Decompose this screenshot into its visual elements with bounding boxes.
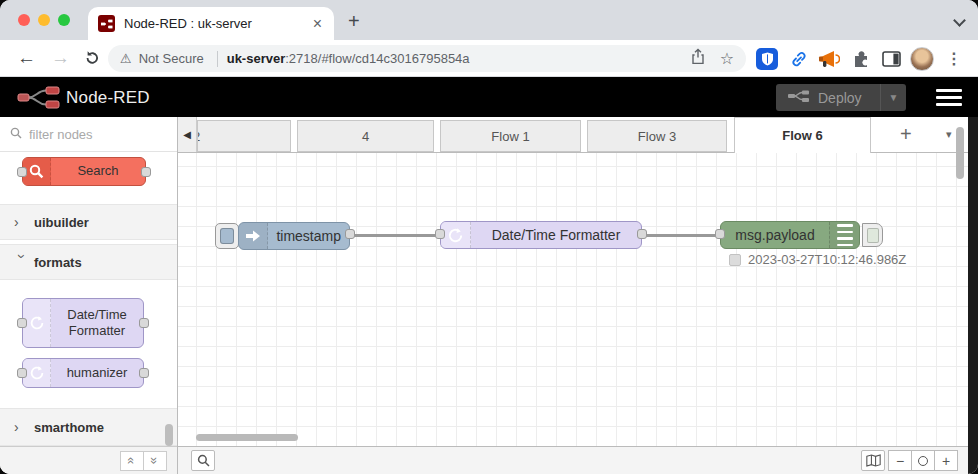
timer-icon bbox=[23, 359, 51, 387]
link-extension-icon[interactable] bbox=[788, 48, 810, 70]
flow-tab-flow6-active[interactable]: Flow 6 bbox=[734, 117, 871, 153]
deploy-icon bbox=[788, 89, 810, 106]
palette-category-uibuilder[interactable]: › uibuilder bbox=[0, 204, 177, 240]
add-flow-button[interactable]: + bbox=[900, 123, 912, 146]
flow-tab-label: 2 bbox=[197, 129, 200, 144]
navigator-map-button[interactable] bbox=[861, 450, 885, 471]
palette-node-search[interactable]: Search bbox=[22, 157, 146, 186]
flow-tab-label: Flow 3 bbox=[638, 129, 676, 144]
node-port[interactable] bbox=[17, 368, 27, 378]
palette-category-formats[interactable]: › formats bbox=[0, 244, 177, 280]
status-text: 2023-03-27T10:12:46.986Z bbox=[748, 252, 906, 267]
flow-canvas[interactable]: timestamp Date/Time Formatter msg.payloa… bbox=[178, 153, 970, 446]
filter-nodes-input[interactable] bbox=[29, 127, 159, 142]
forward-icon[interactable]: → bbox=[51, 47, 70, 69]
palette-scrollbar[interactable] bbox=[165, 424, 173, 446]
scroll-tabs-left-button[interactable]: ◀ bbox=[178, 117, 197, 152]
search-node-icon bbox=[23, 158, 51, 185]
workspace-footer: − + bbox=[178, 446, 970, 474]
flow-tab-flow3[interactable]: Flow 3 bbox=[587, 120, 727, 152]
inject-node-timestamp[interactable]: timestamp bbox=[238, 222, 350, 250]
not-secure-warning-icon: ⚠ bbox=[120, 51, 132, 66]
deploy-dropdown-caret[interactable]: ▼ bbox=[880, 84, 906, 111]
browser-toolbar: ← → ⚠ Not Secure uk-server:2718/#flow/cd… bbox=[0, 40, 978, 77]
flow-tab-4[interactable]: 4 bbox=[297, 120, 434, 152]
url-divider bbox=[217, 51, 218, 67]
back-icon[interactable]: ← bbox=[17, 47, 36, 69]
collapsed-sidebar-strip[interactable] bbox=[968, 117, 978, 474]
inject-trigger-button[interactable] bbox=[215, 223, 239, 249]
url-host: uk-server bbox=[227, 51, 286, 66]
node-label: Date/Time Formatter bbox=[471, 227, 641, 243]
megaphone-extension-icon[interactable] bbox=[818, 48, 840, 70]
node-port[interactable] bbox=[139, 318, 149, 328]
input-port[interactable] bbox=[715, 229, 725, 239]
category-label: formats bbox=[34, 255, 82, 270]
deploy-button[interactable]: Deploy ▼ bbox=[776, 84, 906, 111]
flow-tab-flow1[interactable]: Flow 1 bbox=[440, 120, 581, 152]
browser-tab[interactable]: Node-RED : uk-server × bbox=[88, 7, 334, 40]
formatter-node[interactable]: Date/Time Formatter bbox=[440, 221, 642, 249]
timer-icon bbox=[23, 299, 51, 347]
reload-icon[interactable] bbox=[83, 49, 101, 71]
node-port[interactable] bbox=[17, 167, 27, 177]
bookmark-star-icon[interactable]: ☆ bbox=[720, 49, 734, 68]
palette-category-smarthome[interactable]: › smarthome bbox=[0, 408, 177, 446]
share-icon[interactable] bbox=[690, 48, 706, 69]
side-panel-icon[interactable] bbox=[880, 48, 902, 70]
chevron-down-icon: › bbox=[14, 254, 30, 270]
extensions-puzzle-icon[interactable] bbox=[850, 48, 872, 70]
palette-node-datetime-formatter[interactable]: Date/Time Formatter bbox=[22, 298, 144, 348]
flow-tab-label: Flow 1 bbox=[491, 129, 529, 144]
output-port[interactable] bbox=[345, 229, 355, 239]
flow-tab-2[interactable]: 2 bbox=[197, 120, 291, 152]
palette-filter[interactable] bbox=[0, 117, 177, 152]
browser-window: Node-RED : uk-server × + ← → ⚠ Not Secur… bbox=[0, 0, 978, 474]
output-port[interactable] bbox=[637, 229, 647, 239]
debug-node-msg-payload[interactable]: msg.payload bbox=[720, 221, 860, 249]
tab-search-chevron-icon[interactable] bbox=[953, 14, 966, 27]
browser-menu-icon[interactable]: ⋮ bbox=[946, 49, 962, 68]
close-window-button[interactable] bbox=[18, 14, 30, 26]
maximize-window-button[interactable] bbox=[58, 14, 70, 26]
node-label: timestamp bbox=[268, 228, 349, 244]
macos-titlebar: Node-RED : uk-server × + bbox=[0, 0, 978, 40]
expand-all-button[interactable]: » bbox=[143, 451, 167, 471]
close-tab-icon[interactable]: × bbox=[311, 15, 324, 33]
collapse-all-button[interactable]: « bbox=[120, 451, 144, 471]
profile-avatar[interactable] bbox=[910, 47, 934, 71]
flow-list-caret-icon[interactable]: ▾ bbox=[946, 128, 952, 141]
main-menu-hamburger-icon[interactable] bbox=[936, 89, 962, 106]
timer-icon bbox=[441, 222, 471, 248]
inject-arrow-icon bbox=[239, 223, 268, 249]
security-label[interactable]: Not Secure bbox=[139, 51, 204, 66]
minimize-window-button[interactable] bbox=[38, 14, 50, 26]
canvas-search-button[interactable] bbox=[191, 450, 215, 471]
wire[interactable] bbox=[642, 234, 720, 237]
zoom-out-button[interactable]: − bbox=[888, 450, 912, 471]
node-red-favicon bbox=[98, 15, 115, 32]
browser-tab-title: Node-RED : uk-server bbox=[124, 16, 311, 31]
address-bar[interactable]: ⚠ Not Secure uk-server:2718/#flow/cd14c3… bbox=[108, 45, 746, 72]
canvas-vertical-scrollbar[interactable] bbox=[956, 127, 964, 179]
flow-tabbar: ◀ 2 4 Flow 1 Flow 3 Flow 6 + ▾ bbox=[178, 117, 970, 153]
node-red-brand-text: Node-RED bbox=[66, 88, 150, 108]
node-port[interactable] bbox=[141, 167, 151, 177]
flow-tab-label: 4 bbox=[362, 129, 369, 144]
canvas-horizontal-scrollbar[interactable] bbox=[196, 434, 298, 441]
chevron-right-icon: › bbox=[14, 419, 30, 435]
url-path: :2718/#flow/cd14c3016795854a bbox=[285, 51, 469, 66]
zoom-in-button[interactable]: + bbox=[934, 450, 958, 471]
palette-node-humanizer[interactable]: humanizer bbox=[22, 358, 144, 388]
zoom-reset-button[interactable] bbox=[911, 450, 935, 471]
wire[interactable] bbox=[350, 234, 440, 237]
bitwarden-extension-icon[interactable] bbox=[756, 48, 778, 70]
debug-list-icon bbox=[829, 222, 859, 248]
node-port[interactable] bbox=[139, 368, 149, 378]
new-tab-button[interactable]: + bbox=[348, 12, 360, 30]
node-red-logo bbox=[17, 84, 61, 115]
input-port[interactable] bbox=[435, 229, 445, 239]
flow-tab-label: Flow 6 bbox=[782, 128, 822, 143]
node-port[interactable] bbox=[17, 318, 27, 328]
debug-enable-toggle[interactable] bbox=[862, 223, 883, 247]
